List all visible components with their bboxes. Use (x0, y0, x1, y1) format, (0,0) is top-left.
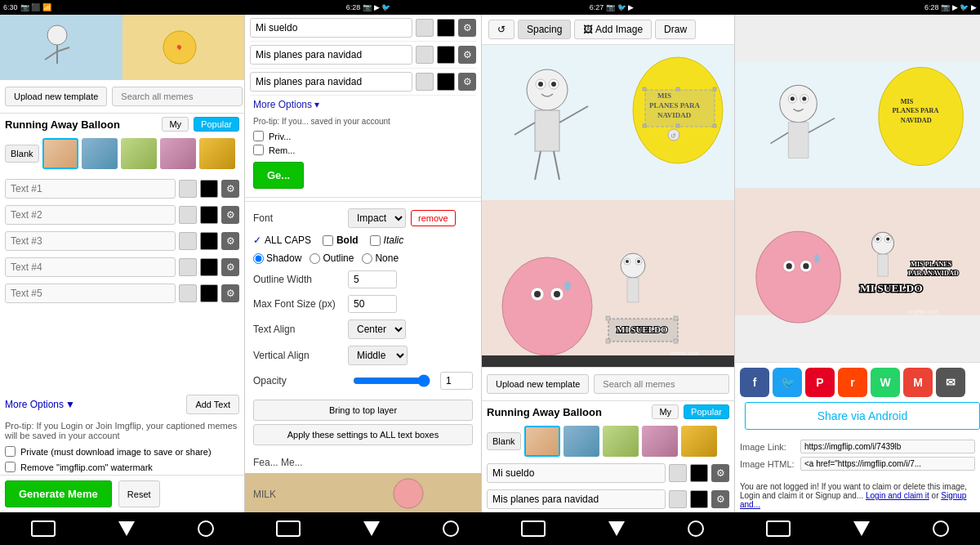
gear-btn-2[interactable]: ⚙ (221, 206, 239, 224)
text-input-1[interactable] (5, 179, 176, 199)
shadow-radio[interactable] (253, 253, 264, 264)
pinterest-share-button[interactable]: P (805, 368, 835, 397)
vis-toggle-p3-1[interactable] (669, 464, 687, 482)
vertical-align-select[interactable]: Middle Top Bottom (348, 346, 408, 365)
thumb-p3-5[interactable] (681, 426, 717, 457)
vis-toggle-p3-2[interactable] (669, 490, 687, 508)
italic-checkbox[interactable] (370, 235, 381, 246)
login-link[interactable]: Login and claim it (866, 491, 929, 500)
gear-btn-3[interactable]: ⚙ (221, 232, 239, 250)
add-text-button[interactable]: Add Text (186, 395, 239, 414)
thumb-p3-4[interactable] (642, 426, 678, 457)
outline-radio[interactable] (310, 253, 320, 264)
recents-button-4[interactable] (933, 520, 949, 537)
color-swatch-p2-1[interactable] (437, 19, 455, 37)
gear-btn-1[interactable]: ⚙ (221, 180, 239, 198)
opacity-slider[interactable] (353, 374, 430, 387)
thumb-2[interactable] (82, 138, 118, 169)
home-button-3[interactable] (521, 520, 546, 537)
more-options-p2[interactable]: More Options ▾ (245, 96, 481, 114)
image-link-input[interactable] (800, 440, 975, 453)
color-swatch-p2-2[interactable] (437, 46, 455, 64)
thumb-5[interactable] (199, 138, 235, 169)
none-radio[interactable] (362, 253, 372, 264)
vis-toggle-p2-1[interactable] (416, 19, 434, 37)
vis-toggle-p2-2[interactable] (416, 46, 434, 64)
color-swatch-5[interactable] (200, 284, 218, 302)
generate-meme-button[interactable]: Generate Meme (5, 480, 112, 507)
outline-width-input[interactable] (348, 270, 397, 288)
reddit-share-button[interactable]: r (838, 368, 867, 397)
opacity-input[interactable] (440, 372, 473, 390)
color-swatch-3[interactable] (200, 232, 218, 250)
thumb-1[interactable] (42, 138, 78, 169)
color-swatch-4[interactable] (200, 258, 218, 276)
gear-btn-4[interactable]: ⚙ (221, 258, 239, 276)
remove-font-button[interactable]: remove (411, 210, 456, 226)
max-font-input[interactable] (348, 295, 397, 313)
text-input-3[interactable] (5, 231, 176, 251)
gear-btn-p2-2[interactable]: ⚙ (458, 46, 476, 64)
my-tab-button[interactable]: My (162, 117, 189, 132)
back-button-2[interactable] (363, 521, 380, 536)
more-options-link[interactable]: More Options ▼ (5, 399, 75, 410)
back-button[interactable] (118, 521, 135, 536)
vis-toggle-2[interactable] (179, 206, 197, 224)
bring-top-layer-button[interactable]: Bring to top layer (253, 400, 473, 421)
popular-tab-button[interactable]: Popular (194, 117, 239, 132)
facebook-share-button[interactable]: f (740, 368, 769, 397)
recents-button[interactable] (198, 520, 214, 537)
image-html-input[interactable] (800, 457, 975, 471)
recents-button-2[interactable] (443, 520, 459, 537)
bold-checkbox[interactable] (323, 235, 333, 246)
blank-thumb-p3[interactable]: Blank (487, 432, 521, 450)
refresh-button[interactable]: ↺ (488, 20, 514, 39)
color-swatch-p2-3[interactable] (437, 73, 455, 91)
thumb-p3-3[interactable] (603, 426, 639, 457)
generate-btn-p2[interactable]: Ge... (253, 162, 304, 189)
font-select[interactable]: Impact Arial (348, 208, 406, 228)
remove-check-p2[interactable] (253, 145, 264, 155)
thumb-p3-2[interactable] (564, 426, 599, 457)
private-check-p2[interactable] (253, 131, 264, 141)
search-memes-input[interactable] (112, 87, 243, 106)
home-button-4[interactable] (766, 520, 791, 537)
whatsapp-share-button[interactable]: W (871, 368, 900, 397)
vis-toggle-5[interactable] (179, 284, 197, 302)
blank-thumb[interactable]: Blank (5, 145, 39, 163)
text-input-p3-2[interactable] (487, 489, 666, 509)
upload-template-btn-p3[interactable]: Upload new template (487, 374, 589, 394)
text-input-p3-1[interactable] (487, 463, 666, 483)
thumb-4[interactable] (160, 138, 196, 169)
gmail-share-button[interactable]: M (903, 368, 933, 397)
gear-p3-1[interactable]: ⚙ (711, 464, 729, 482)
upload-template-button[interactable]: Upload new template (5, 87, 107, 106)
gear-btn-5[interactable]: ⚙ (221, 284, 239, 302)
color-p3-2[interactable] (690, 490, 708, 508)
mail-share-button[interactable]: ✉ (936, 368, 965, 397)
private-checkbox[interactable] (5, 446, 16, 457)
spacing-button[interactable]: Spacing (518, 20, 571, 39)
watermark-checkbox[interactable] (5, 462, 16, 472)
text-input-p2-1[interactable] (250, 18, 412, 38)
vis-toggle-3[interactable] (179, 232, 197, 250)
color-swatch-1[interactable] (200, 180, 218, 198)
text-input-5[interactable] (5, 284, 176, 303)
back-button-4[interactable] (853, 521, 870, 536)
thumb-p3-1[interactable] (524, 426, 560, 457)
recents-button-3[interactable] (688, 520, 704, 537)
vis-toggle-1[interactable] (179, 180, 197, 198)
twitter-share-button[interactable]: 🐦 (773, 368, 802, 397)
text-input-4[interactable] (5, 257, 176, 277)
reset-button[interactable]: Reset (118, 480, 160, 507)
draw-button[interactable]: Draw (655, 20, 696, 39)
vis-toggle-4[interactable] (179, 258, 197, 276)
thumb-3[interactable] (121, 138, 157, 169)
back-button-3[interactable] (608, 521, 625, 536)
home-button[interactable] (31, 520, 56, 537)
text-align-select[interactable]: Center Left Right (348, 319, 406, 339)
meme-canvas[interactable]: MIS PLANES PARA NAVIDAD ↺ (482, 45, 734, 367)
gear-btn-p2-3[interactable]: ⚙ (458, 73, 476, 91)
home-button-2[interactable] (276, 520, 301, 537)
my-tab-p3[interactable]: My (652, 404, 679, 419)
